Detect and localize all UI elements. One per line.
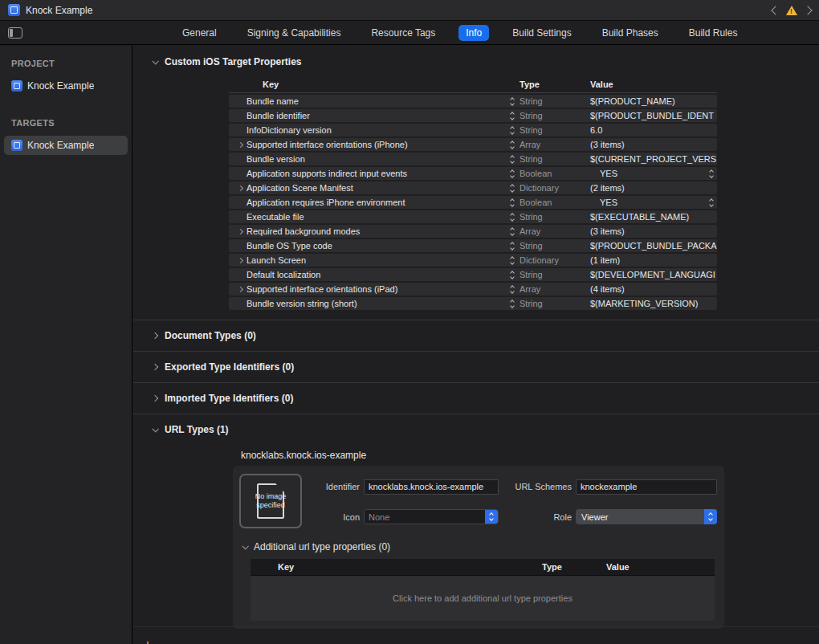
window-title: Knock Example [26, 5, 92, 16]
sidebar-item-project-knock-example[interactable]: Knock Example [4, 76, 128, 96]
property-value: $(CURRENT_PROJECT_VERS [590, 154, 716, 164]
property-type: Array [520, 140, 590, 149]
stepper-icon[interactable] [511, 156, 514, 163]
table-row[interactable]: Supported interface orientations (iPhone… [229, 138, 717, 151]
section-custom-ios-target-properties[interactable]: Custom iOS Target Properties [153, 56, 819, 67]
sidebar-item-label: Knock Example [27, 80, 94, 92]
property-key: Supported interface orientations (iPad) [247, 284, 511, 294]
tab-info[interactable]: Info [458, 25, 489, 41]
section-document-types[interactable]: Document Types (0) [133, 320, 819, 351]
property-value: (3 items) [590, 226, 625, 236]
stepper-icon[interactable] [511, 257, 514, 264]
xcode-project-icon [11, 80, 22, 92]
stepper-icon[interactable] [511, 112, 514, 120]
stepper-icon[interactable] [511, 170, 514, 177]
popup-stepper-icon[interactable] [710, 199, 713, 206]
editor-pane: Custom iOS Target Properties Key Type Va… [133, 46, 819, 644]
disclosure-icon[interactable] [234, 143, 247, 147]
table-row[interactable]: Launch Screen Dictionary (1 item) [229, 254, 717, 267]
table-row[interactable]: Bundle version String $(CURRENT_PROJECT_… [229, 153, 717, 165]
section-url-types[interactable]: URL Types (1) [133, 414, 819, 445]
table-row[interactable]: Supported interface orientations (iPad) … [229, 283, 717, 296]
additional-table-empty-area[interactable]: Click here to add additional url type pr… [251, 576, 715, 621]
stepper-icon[interactable] [511, 127, 514, 134]
url-type-entry-name[interactable]: knocklabs.knock.ios-example [241, 450, 819, 461]
section-imported-type-identifiers[interactable]: Imported Type Identifiers (0) [133, 382, 819, 414]
table-row[interactable]: Required background modes Array (3 items… [229, 225, 717, 238]
table-row[interactable]: Application supports indirect input even… [229, 167, 717, 180]
role-dropdown-value: Viewer [576, 512, 704, 522]
stepper-icon[interactable] [511, 286, 514, 293]
table-row[interactable]: Application Scene Manifest Dictionary (2… [229, 181, 717, 194]
property-value: (2 items) [590, 183, 625, 193]
identifier-field[interactable] [364, 479, 499, 495]
stepper-icon[interactable] [511, 228, 514, 235]
property-type: String [520, 96, 590, 106]
back-button[interactable] [772, 6, 779, 15]
table-row[interactable]: Bundle name String $(PRODUCT_NAME) [229, 95, 717, 108]
table-row[interactable]: Executable file String $(EXECUTABLE_NAME… [229, 210, 717, 223]
role-dropdown[interactable]: Viewer [576, 509, 717, 524]
table-row[interactable]: InfoDictionary version String 6.0 [229, 124, 717, 137]
table-row[interactable]: Default localization String $(DEVELOPMEN… [229, 268, 717, 281]
sidebar-section-targets: TARGETS [0, 118, 132, 136]
column-header-type: Type [542, 562, 606, 572]
property-value: YES [590, 198, 617, 207]
stepper-icon[interactable] [511, 300, 514, 308]
section-title: Document Types (0) [165, 330, 256, 341]
properties-table: Key Type Value Bundle name String $(PROD… [229, 75, 717, 310]
property-value: $(PRODUCT_BUNDLE_PACKA [590, 241, 717, 251]
property-type: Boolean [520, 169, 590, 178]
disclosure-icon[interactable] [234, 259, 247, 263]
disclosure-icon[interactable] [234, 186, 247, 190]
section-exported-type-identifiers[interactable]: Exported Type Identifiers (0) [133, 351, 819, 382]
url-schemes-field[interactable] [576, 479, 717, 495]
icon-dropdown[interactable]: None [364, 509, 499, 524]
stepper-icon[interactable] [511, 98, 514, 105]
add-url-type-button[interactable]: + [140, 638, 156, 644]
property-type: Array [520, 226, 590, 236]
property-type: String [520, 125, 590, 135]
property-key: Bundle version string (short) [247, 299, 511, 308]
stepper-icon[interactable] [511, 214, 514, 221]
tab-general[interactable]: General [175, 25, 224, 41]
chevron-up-down-icon [704, 509, 717, 524]
icon-image-well[interactable]: No image specified [239, 474, 302, 528]
icon-dropdown-value: None [365, 512, 485, 522]
stepper-icon[interactable] [511, 185, 514, 192]
property-key: Application Scene Manifest [247, 183, 511, 193]
titlebar: Knock Example [0, 0, 819, 21]
tab-build-settings[interactable]: Build Settings [505, 25, 578, 41]
tab-resource-tags[interactable]: Resource Tags [364, 25, 442, 41]
table-row[interactable]: Bundle OS Type code String $(PRODUCT_BUN… [229, 239, 717, 252]
column-header-key: Key [229, 79, 520, 89]
stepper-icon[interactable] [511, 243, 514, 250]
section-additional-url-type-properties[interactable]: Additional url type properties (0) [242, 541, 719, 552]
tab-build-phases[interactable]: Build Phases [595, 25, 666, 41]
property-key: Bundle name [247, 96, 511, 106]
forward-button[interactable] [805, 6, 811, 15]
property-key: Required background modes [247, 226, 511, 236]
popup-stepper-icon[interactable] [710, 170, 713, 177]
property-value: $(EXECUTABLE_NAME) [590, 212, 689, 222]
property-value: YES [590, 169, 617, 178]
property-key: InfoDictionary version [247, 125, 511, 135]
disclosure-icon[interactable] [234, 230, 247, 234]
table-row[interactable]: Bundle version string (short) String $(M… [229, 297, 717, 310]
chevron-down-icon [242, 543, 248, 549]
chevron-right-icon [803, 6, 812, 14]
additional-properties-table: Key Type Value Click here to add additio… [251, 559, 715, 621]
stepper-icon[interactable] [511, 141, 514, 149]
warning-triangle-icon[interactable] [786, 6, 797, 15]
table-row[interactable]: Application requires iPhone environment … [229, 196, 717, 209]
tab-build-rules[interactable]: Build Rules [682, 25, 745, 41]
stepper-icon[interactable] [511, 271, 514, 279]
disclosure-icon[interactable] [234, 287, 247, 291]
table-row[interactable]: Bundle identifier String $(PRODUCT_BUNDL… [229, 109, 717, 122]
stepper-icon[interactable] [511, 199, 514, 206]
sidebar-toggle-icon[interactable] [8, 27, 22, 39]
tab-signing-capabilities[interactable]: Signing & Capabilities [240, 25, 348, 41]
sidebar-item-target-knock-example[interactable]: Knock Example [4, 136, 128, 155]
property-type: Array [520, 284, 590, 294]
section-title: Imported Type Identifiers (0) [165, 393, 293, 404]
